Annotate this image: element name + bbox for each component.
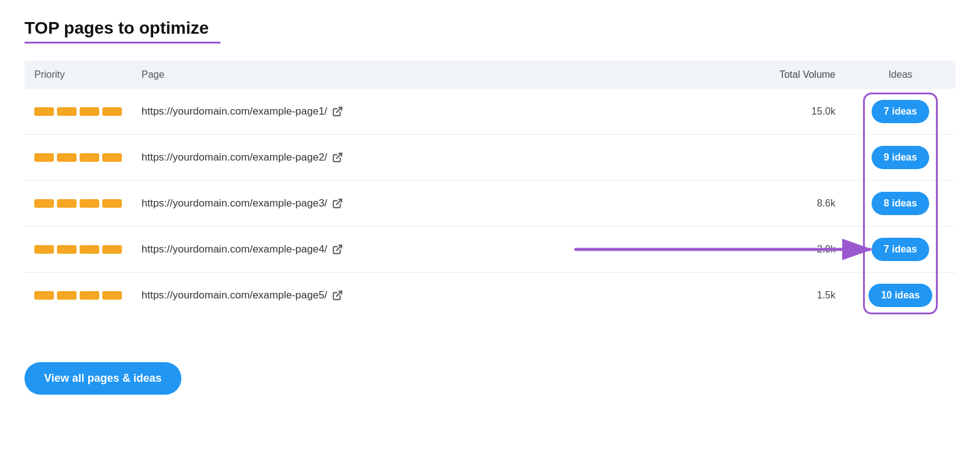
priority-bar bbox=[102, 199, 122, 208]
ideas-button[interactable]: 9 ideas bbox=[872, 146, 929, 169]
external-link-icon bbox=[332, 290, 343, 301]
priority-bar bbox=[57, 245, 77, 254]
external-link-icon bbox=[332, 152, 343, 163]
priority-bar bbox=[102, 153, 122, 162]
priority-bars bbox=[34, 153, 122, 162]
page-url: https://yourdomain.com/example-page2/ bbox=[141, 151, 725, 164]
priority-bar bbox=[80, 245, 99, 254]
ideas-cell: 8 ideas bbox=[845, 181, 956, 227]
ideas-button[interactable]: 8 ideas bbox=[872, 192, 929, 215]
col-header-volume: Total Volume bbox=[735, 61, 845, 89]
priority-cell bbox=[24, 135, 132, 181]
ideas-cell: 9 ideas bbox=[845, 135, 956, 181]
priority-bar bbox=[57, 199, 77, 208]
priority-cell bbox=[24, 89, 132, 135]
ideas-cell: 7 ideas bbox=[845, 227, 956, 273]
priority-bars bbox=[34, 107, 122, 116]
page-url: https://yourdomain.com/example-page5/ bbox=[141, 289, 725, 302]
widget-title: TOP pages to optimize bbox=[24, 18, 956, 38]
table-row: https://yourdomain.com/example-page2/ 9 … bbox=[24, 135, 956, 181]
svg-line-2 bbox=[337, 107, 342, 112]
col-header-page: Page bbox=[132, 61, 735, 89]
col-header-ideas: Ideas bbox=[845, 61, 956, 89]
volume-cell bbox=[735, 135, 845, 181]
page-cell: https://yourdomain.com/example-page5/ bbox=[132, 273, 735, 319]
title-underline bbox=[24, 42, 221, 44]
page-url: https://yourdomain.com/example-page1/ bbox=[141, 105, 725, 118]
external-link-icon bbox=[332, 198, 343, 209]
priority-bar bbox=[34, 291, 54, 300]
table-row: https://yourdomain.com/example-page1/ 15… bbox=[24, 89, 956, 135]
svg-line-4 bbox=[337, 199, 342, 204]
page-url: https://yourdomain.com/example-page4/ bbox=[141, 243, 725, 256]
priority-cell bbox=[24, 227, 132, 273]
priority-bar bbox=[80, 199, 99, 208]
view-all-container: View all pages & ideas bbox=[24, 340, 956, 395]
page-cell: https://yourdomain.com/example-page2/ bbox=[132, 135, 735, 181]
priority-bar bbox=[57, 291, 77, 300]
priority-bar bbox=[34, 199, 54, 208]
priority-bars bbox=[34, 291, 122, 300]
ideas-cell: 10 ideas bbox=[845, 273, 956, 319]
svg-line-5 bbox=[337, 245, 342, 250]
svg-line-3 bbox=[337, 153, 342, 158]
priority-bars bbox=[34, 245, 122, 254]
ideas-button[interactable]: 10 ideas bbox=[869, 284, 932, 307]
view-all-button[interactable]: View all pages & ideas bbox=[24, 362, 181, 395]
table-wrapper: Priority Page Total Volume Ideas https:/… bbox=[24, 61, 956, 318]
volume-cell: 8.6k bbox=[735, 181, 845, 227]
table-header-row: Priority Page Total Volume Ideas bbox=[24, 61, 956, 89]
priority-cell bbox=[24, 273, 132, 319]
priority-bar bbox=[34, 153, 54, 162]
page-cell: https://yourdomain.com/example-page1/ bbox=[132, 89, 735, 135]
ideas-button[interactable]: 7 ideas bbox=[872, 100, 929, 123]
table-row: https://yourdomain.com/example-page5/ 1.… bbox=[24, 273, 956, 319]
priority-bar bbox=[80, 153, 99, 162]
pages-table: Priority Page Total Volume Ideas https:/… bbox=[24, 61, 956, 318]
svg-line-6 bbox=[337, 291, 342, 296]
priority-bar bbox=[80, 107, 99, 116]
col-header-priority: Priority bbox=[24, 61, 132, 89]
page-cell: https://yourdomain.com/example-page3/ bbox=[132, 181, 735, 227]
priority-bars bbox=[34, 199, 122, 208]
priority-cell bbox=[24, 181, 132, 227]
priority-bar bbox=[57, 153, 77, 162]
priority-bar bbox=[34, 107, 54, 116]
volume-cell: 2.0k bbox=[735, 227, 845, 273]
volume-cell: 15.0k bbox=[735, 89, 845, 135]
priority-bar bbox=[57, 107, 77, 116]
priority-bar bbox=[80, 291, 99, 300]
priority-bar bbox=[102, 107, 122, 116]
ideas-cell: 7 ideas bbox=[845, 89, 956, 135]
external-link-icon bbox=[332, 106, 343, 117]
page-url: https://yourdomain.com/example-page3/ bbox=[141, 197, 725, 210]
priority-bar bbox=[102, 245, 122, 254]
widget-container: TOP pages to optimize Priority Page Tota… bbox=[24, 18, 956, 395]
volume-cell: 1.5k bbox=[735, 273, 845, 319]
external-link-icon bbox=[332, 244, 343, 255]
priority-bar bbox=[102, 291, 122, 300]
table-row: https://yourdomain.com/example-page4/ 2.… bbox=[24, 227, 956, 273]
table-row: https://yourdomain.com/example-page3/ 8.… bbox=[24, 181, 956, 227]
page-cell: https://yourdomain.com/example-page4/ bbox=[132, 227, 735, 273]
ideas-button[interactable]: 7 ideas bbox=[872, 238, 929, 261]
priority-bar bbox=[34, 245, 54, 254]
